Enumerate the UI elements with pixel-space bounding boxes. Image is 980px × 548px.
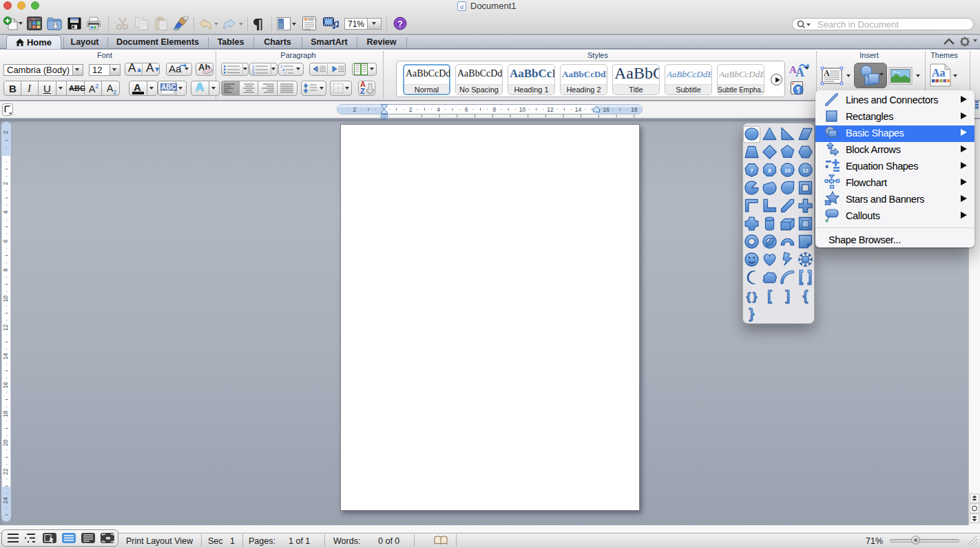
svg-text:12: 12 xyxy=(2,324,9,331)
svg-text:8: 8 xyxy=(2,268,9,272)
svg-text:6: 6 xyxy=(465,106,468,113)
svg-text:2: 2 xyxy=(409,106,413,113)
svg-text:i: i xyxy=(284,71,285,74)
svg-text:{: { xyxy=(803,288,809,303)
svg-text:16: 16 xyxy=(2,382,9,389)
svg-text:[: [ xyxy=(767,288,772,303)
svg-text:Aa: Aa xyxy=(932,67,946,79)
svg-text:}: } xyxy=(753,290,758,303)
svg-text:]: ] xyxy=(785,288,790,303)
svg-text:2: 2 xyxy=(2,130,9,134)
svg-text:2: 2 xyxy=(2,182,9,185)
svg-text:4: 4 xyxy=(2,210,9,214)
svg-text:16: 16 xyxy=(603,106,609,113)
svg-text:A: A xyxy=(795,65,804,77)
svg-text:¶: ¶ xyxy=(796,86,800,94)
svg-text:12: 12 xyxy=(802,168,809,174)
svg-text:18: 18 xyxy=(2,411,9,418)
svg-text:10: 10 xyxy=(784,168,791,174)
svg-text:20: 20 xyxy=(2,439,9,446)
svg-text:24: 24 xyxy=(2,497,9,504)
svg-text:14: 14 xyxy=(2,353,9,360)
svg-text:10: 10 xyxy=(2,295,9,302)
svg-text:}: } xyxy=(749,306,755,321)
svg-text:3: 3 xyxy=(252,71,255,74)
svg-text:8: 8 xyxy=(768,168,771,174)
svg-text:14: 14 xyxy=(575,106,582,113)
svg-text:{: { xyxy=(747,290,751,303)
svg-text:8: 8 xyxy=(492,106,496,113)
svg-text:?: ? xyxy=(397,19,403,29)
svg-text:A: A xyxy=(824,68,830,78)
svg-text:12: 12 xyxy=(547,106,554,113)
svg-text:22: 22 xyxy=(2,468,9,475)
svg-text:7: 7 xyxy=(750,168,753,174)
svg-text:10: 10 xyxy=(519,106,526,113)
svg-text:18: 18 xyxy=(631,106,638,113)
svg-text:a: a xyxy=(460,3,463,10)
svg-text:6: 6 xyxy=(2,239,9,243)
svg-text:4: 4 xyxy=(437,106,440,113)
svg-text:2: 2 xyxy=(353,106,356,113)
